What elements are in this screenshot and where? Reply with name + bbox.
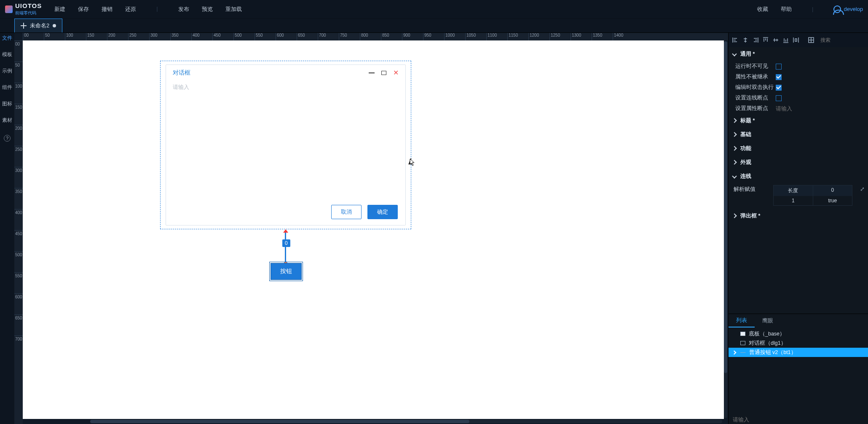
dialog-title: 对话框: [173, 69, 190, 77]
maximize-icon[interactable]: [381, 71, 386, 75]
help-icon[interactable]: ?: [4, 135, 11, 142]
link-head-value: 0: [813, 185, 852, 196]
vertical-scrollbar[interactable]: [724, 41, 727, 418]
leftbar-asset[interactable]: 素材: [2, 117, 12, 124]
outline-node-button[interactable]: — 普通按钮 v2（bt1）: [729, 348, 868, 357]
menu-new[interactable]: 新建: [54, 5, 65, 13]
dialog-placeholder[interactable]: 请输入: [173, 84, 189, 90]
align-toolbar: [729, 33, 868, 47]
logo-icon: [5, 5, 13, 13]
menu-favorite[interactable]: 收藏: [757, 5, 768, 13]
canvas-area[interactable]: 0050100150200250300350400450500550600650…: [14, 33, 728, 424]
outline-tab-eye[interactable]: 鹰眼: [755, 314, 781, 327]
outline-node-base[interactable]: 底板（_base）: [729, 329, 868, 338]
align-top-icon[interactable]: [762, 36, 769, 44]
outline-filter-input[interactable]: [733, 416, 864, 423]
prop-attrbreak-label: 设置属性断点: [735, 105, 776, 112]
link-value-table[interactable]: 长度 0 1 true: [773, 185, 852, 206]
prop-linebreak-label: 设置连线断点: [735, 94, 776, 102]
outline-panel: 列表 鹰眼 底板（_base） 对话框（dlg1） — 普通按钮 v2（bt1）: [729, 314, 868, 424]
prop-dblclick-label: 编辑时双击执行: [735, 84, 776, 91]
hscroll-thumb[interactable]: [90, 420, 469, 423]
prop-attrbreak-input[interactable]: [776, 105, 864, 112]
menu-separator: |: [156, 5, 158, 13]
menu-redo[interactable]: 还原: [125, 5, 136, 13]
prop-hidden-checkbox[interactable]: [776, 64, 782, 70]
document-tab[interactable]: 未命名2: [14, 19, 62, 32]
dialog-cancel-button[interactable]: 取消: [331, 205, 362, 219]
document-tab-title: 未命名2: [30, 22, 49, 30]
right-panel: 通用 * 运行时不可见 属性不被继承 编辑时双击执行 设置连线断点 设置属性断点…: [728, 33, 868, 424]
connector-line[interactable]: [285, 233, 286, 262]
menu-preview[interactable]: 预览: [202, 5, 213, 13]
ruler-horizontal: 0050100150200250300350400450500550600650…: [23, 33, 728, 40]
property-search-input[interactable]: [820, 37, 868, 43]
prop-hidden-label: 运行时不可见: [735, 63, 776, 70]
vscroll-thumb[interactable]: [724, 41, 727, 373]
prop-noinherit-label: 属性不被继承: [735, 73, 776, 81]
align-center-h-icon[interactable]: [742, 36, 749, 44]
dialog-component[interactable]: 对话框 ✕ 请输入 取消 确定: [166, 64, 406, 225]
link-head-length: 长度: [774, 185, 813, 196]
property-inspector: 通用 * 运行时不可见 属性不被继承 编辑时双击执行 设置连线断点 设置属性断点…: [729, 47, 868, 314]
logo-subtitle: 前端零代码: [15, 10, 42, 16]
user-badge[interactable]: develop: [833, 5, 863, 13]
section-link[interactable]: 连线: [729, 169, 868, 183]
dialog-layer-icon: [740, 341, 745, 345]
grid-icon[interactable]: [808, 36, 814, 44]
leftbar-demo[interactable]: 示例: [2, 67, 12, 75]
leftbar-component[interactable]: 组件: [2, 84, 12, 91]
prop-noinherit-checkbox[interactable]: [776, 74, 782, 80]
unsaved-dot-icon: [53, 24, 56, 27]
leftbar-icon[interactable]: 图标: [2, 100, 12, 107]
logo-text: UIOTOS: [15, 2, 42, 9]
menu-separator-2: |: [812, 6, 813, 12]
main-menu: 新建 保存 撤销 还原 | 发布 预览 重加载: [54, 5, 241, 13]
design-stage[interactable]: 对话框 ✕ 请输入 取消 确定: [23, 40, 724, 419]
align-left-icon[interactable]: [732, 36, 739, 44]
user-icon: [833, 5, 841, 13]
hierarchy-icon: [21, 23, 27, 29]
prop-linebreak-checkbox[interactable]: [776, 95, 782, 101]
top-bar: UIOTOS 前端零代码 新建 保存 撤销 还原 | 发布 预览 重加载 收藏 …: [0, 0, 868, 19]
section-popup[interactable]: 弹出框 *: [729, 209, 868, 223]
menu-save[interactable]: 保存: [78, 5, 89, 13]
align-center-v-icon[interactable]: [772, 36, 779, 44]
user-name: develop: [844, 6, 863, 12]
base-layer-icon: [740, 332, 745, 336]
app-logo: UIOTOS 前端零代码: [5, 2, 42, 16]
prop-parse-label: 解析赋值: [729, 183, 769, 196]
menu-undo[interactable]: 撤销: [102, 5, 113, 13]
dialog-ok-button[interactable]: 确定: [367, 205, 398, 219]
left-toolbar: 文件 模板 示例 组件 图标 素材 ?: [0, 33, 14, 424]
ruler-vertical: 0050100150200250300350400450500550600650…: [14, 40, 23, 424]
close-icon[interactable]: ✕: [393, 71, 399, 75]
outline-tab-list[interactable]: 列表: [729, 314, 755, 327]
section-title[interactable]: 标题 *: [729, 114, 868, 128]
document-tabstrip: 未命名2: [0, 19, 868, 33]
selection-outline: 对话框 ✕ 请输入 取消 确定: [160, 61, 411, 229]
section-look[interactable]: 外观: [729, 156, 868, 169]
leftbar-template[interactable]: 模板: [2, 51, 12, 58]
align-right-icon[interactable]: [752, 36, 759, 44]
connector-arrow-icon: [283, 229, 288, 233]
canvas-button-node[interactable]: 按钮: [271, 263, 302, 280]
expand-icon[interactable]: ⤢: [860, 186, 865, 192]
distribute-h-icon[interactable]: [793, 36, 799, 44]
outline-node-dialog[interactable]: 对话框（dlg1）: [729, 338, 868, 348]
minimize-icon[interactable]: [369, 72, 375, 73]
menu-help[interactable]: 帮助: [781, 5, 792, 13]
link-cell-1[interactable]: 1: [774, 196, 813, 205]
horizontal-scrollbar[interactable]: [90, 420, 722, 423]
section-base[interactable]: 基础: [729, 128, 868, 142]
link-cell-2[interactable]: true: [813, 196, 852, 205]
menu-reload[interactable]: 重加载: [225, 5, 242, 13]
align-bottom-icon[interactable]: [782, 36, 789, 44]
section-func[interactable]: 功能: [729, 142, 868, 156]
button-layer-icon: —: [740, 349, 746, 355]
section-common[interactable]: 通用 *: [729, 47, 868, 61]
menu-publish[interactable]: 发布: [178, 5, 189, 13]
connector-badge[interactable]: 0: [282, 239, 290, 247]
leftbar-file[interactable]: 文件: [2, 35, 12, 42]
prop-dblclick-checkbox[interactable]: [776, 85, 782, 91]
